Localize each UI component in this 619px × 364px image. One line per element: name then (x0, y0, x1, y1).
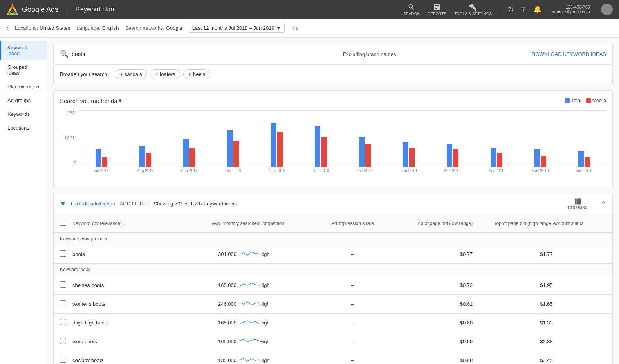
row-check[interactable] (60, 319, 72, 326)
row-checkbox[interactable] (60, 357, 66, 363)
svg-point-2 (14, 12, 17, 15)
row-checkbox[interactable] (60, 319, 66, 325)
chart-month: Nov 2018 (255, 116, 299, 173)
sidebar-item-grouped-ideas[interactable]: Grouped ideas (0, 60, 47, 80)
filter-icon: ▼ (60, 200, 66, 207)
header-competition[interactable]: Competition (259, 221, 312, 226)
table-row: chelsea boots 165,000 High – $0.72 $1.95 (54, 276, 612, 295)
date-range-selector[interactable]: Last 12 months Jul 2018 – Jun 2019 ▼ (189, 23, 285, 33)
searches-value: 135,000 (218, 357, 236, 363)
row-bid-low: $0.60 (393, 320, 473, 326)
sidebar-item-keyword-ideas[interactable]: Keyword ideas (0, 41, 47, 60)
period-label: Last 12 months (192, 25, 227, 31)
header-bid-low-label: Top of page bid (low range) (416, 221, 473, 226)
exclude-adult-link[interactable]: Exclude adult ideas (71, 201, 115, 207)
header-check[interactable] (60, 220, 72, 227)
row-checkbox[interactable] (60, 281, 66, 288)
tag-label-heels: heels (193, 71, 205, 77)
tools-nav-label: TOOLS & SETTINGS (454, 12, 492, 16)
row-bid-low: $0.90 (393, 339, 473, 344)
search-nav-button[interactable]: SEARCH (403, 3, 420, 16)
row-keyword: work boots (72, 339, 179, 344)
language-filter[interactable]: Language: English (76, 25, 119, 31)
month-label: Apr 2019 (488, 169, 504, 173)
user-email: example@gmail.com (550, 9, 590, 14)
row-bid-high: $1.95 (473, 282, 552, 288)
download-keywords-button[interactable]: DOWNLOAD KEYWORD IDEAS (532, 51, 606, 57)
row-checkbox[interactable] (60, 300, 66, 306)
sidebar: Keyword ideas Grouped ideas Plan overvie… (0, 38, 47, 364)
y-label-0: 0 (74, 160, 76, 165)
search-input[interactable] (72, 51, 207, 57)
chart-dropdown-icon[interactable]: ▾ (119, 97, 122, 104)
columns-button[interactable]: COLUMNS (568, 198, 588, 210)
logo: Google Ads (6, 3, 58, 16)
plus-icon: + (155, 71, 159, 77)
header-keyword[interactable]: Keyword (by relevance) ↓ (72, 221, 179, 226)
row-check[interactable] (60, 281, 72, 289)
chart-section: Search volume trends ▾ Total Mobile (53, 90, 613, 187)
sort-arrow: ↓ (123, 221, 126, 226)
refresh-button[interactable]: ↻ (508, 5, 514, 14)
svg-point-1 (8, 12, 11, 15)
reports-nav-label: REPORTS (428, 12, 446, 16)
row-checkbox[interactable] (60, 338, 66, 344)
top-nav-icons: SEARCH REPORTS TOOLS & SETTINGS ↻ ? 🔔 12… (403, 3, 613, 16)
sidebar-item-ad-groups[interactable]: Ad groups (0, 94, 47, 107)
collapse-button[interactable]: ⌃ (600, 200, 606, 208)
searches-value: 165,000 (218, 320, 236, 326)
row-bid-low: $0.88 (393, 357, 473, 363)
row-check[interactable] (60, 338, 72, 345)
header-bid-high[interactable]: Top of page bid (high range) (473, 221, 552, 226)
header-impression[interactable]: Ad impression share (312, 221, 392, 226)
select-all-checkbox[interactable] (60, 220, 66, 226)
row-check[interactable] (60, 250, 72, 258)
help-button[interactable]: ? (522, 5, 525, 14)
top-nav: Google Ads | Keyword plan SEARCH REPORTS… (0, 0, 619, 19)
broaden-section: Broaden your search: + sandals + loafers… (53, 64, 613, 84)
header-status[interactable]: Account status (553, 221, 606, 226)
sidebar-toggle[interactable]: ‹ (6, 24, 9, 32)
bar-mobile (365, 144, 371, 167)
header-bid-low[interactable]: Top of page bid (low range) (393, 221, 473, 226)
next-date-arrow[interactable]: › (296, 25, 298, 32)
row-impression: – (312, 251, 392, 257)
reports-nav-button[interactable]: REPORTS (428, 3, 446, 16)
table-row: boots 301,000 High – $0.77 $1.77 (54, 245, 612, 264)
tag-loafers[interactable]: + loafers (150, 69, 180, 79)
page-title: Keyword plan (76, 6, 114, 13)
prev-date-arrow[interactable]: ‹ (292, 25, 294, 32)
tag-heels[interactable]: + heels (183, 69, 210, 79)
chart-month: Dec 2018 (299, 116, 343, 173)
sidebar-item-locations[interactable]: Locations (0, 121, 47, 135)
chart-month: Jul 2018 (79, 116, 123, 173)
add-filter-button[interactable]: ADD FILTER (120, 201, 149, 207)
sparkline (240, 318, 259, 328)
row-check[interactable] (60, 357, 72, 364)
user-avatar[interactable] (601, 4, 613, 15)
location-filter[interactable]: Locations: United States (15, 25, 70, 31)
month-label: Jun 2019 (576, 169, 592, 173)
row-check[interactable] (60, 300, 72, 308)
row-keyword: chelsea boots (72, 282, 179, 288)
sidebar-item-keywords[interactable]: Keywords (0, 107, 47, 121)
network-filter[interactable]: Search networks: Google (125, 25, 182, 31)
tag-sandals[interactable]: + sandals (115, 69, 147, 79)
table-section: Keyword (by relevance) ↓ Avg. monthly se… (53, 214, 613, 364)
header-impression-label: Ad impression share (331, 221, 374, 226)
language-label: Language: (76, 25, 100, 31)
month-label: Sep 2018 (181, 169, 198, 173)
sidebar-item-plan-overview[interactable]: Plan overview (0, 80, 47, 94)
ideas-section-header: Keyword ideas (54, 264, 612, 276)
bar-total (315, 126, 320, 167)
tools-nav-button[interactable]: TOOLS & SETTINGS (454, 3, 492, 16)
row-keyword: womens boots (72, 301, 179, 307)
chart-month: May 2019 (518, 116, 562, 173)
notifications-button[interactable]: 🔔 (533, 5, 542, 14)
bar-mobile (233, 141, 239, 167)
header-searches[interactable]: Avg. monthly searches (179, 221, 259, 226)
network-label: Search networks: (125, 25, 164, 31)
y-label-25m: 25M (68, 110, 76, 115)
row-checkbox[interactable] (60, 250, 66, 257)
chart-legend: Total Mobile (565, 98, 606, 103)
